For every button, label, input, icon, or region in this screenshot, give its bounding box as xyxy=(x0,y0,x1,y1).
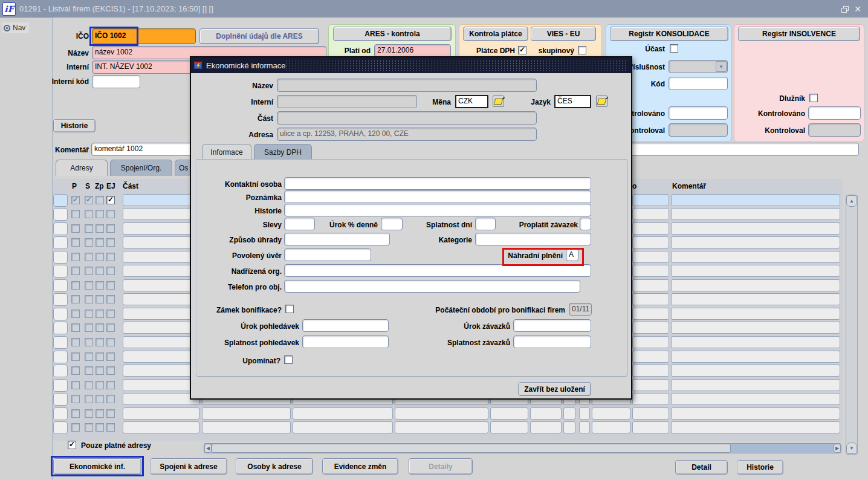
restore-window-icon[interactable] xyxy=(838,3,851,15)
cell[interactable] xyxy=(563,407,575,420)
nav-item[interactable]: Nav xyxy=(2,22,29,33)
historie-button[interactable]: Historie xyxy=(53,119,96,132)
row-selector[interactable] xyxy=(53,351,68,363)
row-p-checkbox[interactable] xyxy=(71,224,80,233)
row-zp-checkbox[interactable] xyxy=(96,366,104,375)
row-zp-checkbox[interactable] xyxy=(96,381,104,389)
cell[interactable] xyxy=(632,308,669,320)
cell[interactable] xyxy=(632,293,669,305)
cell[interactable] xyxy=(579,421,590,433)
cell[interactable] xyxy=(632,194,669,206)
scroll-right-icon[interactable]: ▶ xyxy=(834,444,841,453)
row-zp-checkbox[interactable] xyxy=(96,253,104,261)
cell-komentar[interactable] xyxy=(671,421,840,433)
row-p-checkbox[interactable] xyxy=(71,323,80,332)
row-selector[interactable] xyxy=(53,322,68,334)
povoleny-uver-field[interactable] xyxy=(284,248,371,261)
cell[interactable] xyxy=(632,322,669,334)
row-ej-checkbox[interactable] xyxy=(106,366,115,375)
evidence-zmen-button[interactable]: Evidence změn xyxy=(322,458,398,475)
cell-cast[interactable] xyxy=(123,336,199,348)
cell-komentar[interactable] xyxy=(671,208,840,220)
row-selector[interactable] xyxy=(53,336,68,349)
row-s-checkbox[interactable] xyxy=(85,196,93,204)
cell[interactable] xyxy=(592,421,630,433)
telefon-pro-obj-field[interactable] xyxy=(284,280,580,293)
row-s-checkbox[interactable] xyxy=(85,267,93,275)
scroll-up-icon[interactable]: ▲ xyxy=(846,195,857,207)
table-row[interactable] xyxy=(53,407,843,420)
scroll-down-icon[interactable]: ▼ xyxy=(846,443,857,454)
row-ej-checkbox[interactable] xyxy=(106,295,115,303)
konsolidace-kontrolovano-field[interactable] xyxy=(669,106,728,120)
dlg-tab-sazby-dph[interactable]: Sazby DPH xyxy=(254,144,312,160)
cell-komentar[interactable] xyxy=(671,336,840,348)
doplneni-ares-button[interactable]: Doplnění údajů dle ARES xyxy=(199,28,319,44)
cell-cast[interactable] xyxy=(123,222,199,235)
cell[interactable] xyxy=(632,336,669,348)
row-ej-checkbox[interactable] xyxy=(106,395,115,403)
cell[interactable] xyxy=(395,407,488,420)
cell-komentar[interactable] xyxy=(671,251,840,263)
cell-cast[interactable] xyxy=(123,251,199,263)
row-p-checkbox[interactable] xyxy=(71,395,80,403)
horizontal-scrollbar[interactable]: ◀ ▶ xyxy=(204,443,841,453)
cell[interactable] xyxy=(293,407,393,420)
cell[interactable] xyxy=(490,407,528,420)
zamek-bonifikace-checkbox[interactable] xyxy=(285,305,294,313)
row-s-checkbox[interactable] xyxy=(85,423,93,432)
row-s-checkbox[interactable] xyxy=(85,310,93,318)
cell-cast[interactable] xyxy=(123,421,199,433)
cell[interactable] xyxy=(632,421,669,433)
cell-cast[interactable] xyxy=(123,279,199,291)
tab-spojeni-org[interactable]: Spojení/Org. xyxy=(110,160,172,176)
cell-cast[interactable] xyxy=(123,322,199,334)
ares-kontrola-button[interactable]: ARES - kontrola xyxy=(333,27,452,41)
cell-komentar[interactable] xyxy=(671,322,840,334)
cell[interactable] xyxy=(632,251,669,263)
row-selector[interactable] xyxy=(53,293,68,306)
kod-field[interactable] xyxy=(669,77,728,90)
cell-cast[interactable] xyxy=(123,293,199,305)
cell[interactable] xyxy=(632,379,669,391)
cell[interactable] xyxy=(530,421,562,433)
historie-footer-button[interactable]: Historie xyxy=(737,460,783,475)
cell[interactable] xyxy=(202,407,291,420)
dlg-jazyk-field[interactable]: ČES xyxy=(554,95,591,108)
row-p-checkbox[interactable] xyxy=(71,381,80,389)
cell[interactable] xyxy=(632,236,669,248)
row-selector[interactable] xyxy=(53,407,68,420)
row-zp-checkbox[interactable] xyxy=(96,409,104,418)
cell-cast[interactable] xyxy=(123,308,199,320)
cell[interactable] xyxy=(395,421,488,433)
row-p-checkbox[interactable] xyxy=(71,267,80,275)
row-selector[interactable] xyxy=(53,279,68,292)
close-window-icon[interactable]: ✕ xyxy=(851,3,864,15)
row-zp-checkbox[interactable] xyxy=(96,310,104,318)
cell[interactable] xyxy=(632,208,669,220)
cell[interactable] xyxy=(632,351,669,363)
row-selector[interactable] xyxy=(53,308,68,320)
row-ej-checkbox[interactable] xyxy=(106,210,115,218)
row-selector[interactable] xyxy=(53,208,68,221)
row-s-checkbox[interactable] xyxy=(85,352,93,361)
cell[interactable] xyxy=(632,265,669,277)
cell-komentar[interactable] xyxy=(671,379,840,391)
plati-od-field[interactable]: 27.01.2006 xyxy=(374,44,451,57)
insolvence-kontrolovano-field[interactable] xyxy=(808,106,861,120)
row-selector[interactable] xyxy=(53,236,68,249)
nadrizena-org-field[interactable] xyxy=(284,264,591,277)
row-zp-checkbox[interactable] xyxy=(96,423,104,432)
row-selector[interactable] xyxy=(53,222,68,235)
row-p-checkbox[interactable] xyxy=(71,409,80,418)
row-p-checkbox[interactable] xyxy=(71,366,80,375)
row-zp-checkbox[interactable] xyxy=(96,196,104,204)
vertical-scrollbar[interactable]: ▲ ▼ xyxy=(846,195,858,455)
row-p-checkbox[interactable] xyxy=(71,338,80,346)
spojeni-k-adrese-button[interactable]: Spojení k adrese xyxy=(150,458,227,475)
cell[interactable] xyxy=(632,222,669,235)
row-ej-checkbox[interactable] xyxy=(106,423,115,432)
row-selector[interactable] xyxy=(53,251,68,264)
row-ej-checkbox[interactable] xyxy=(106,238,115,247)
cell-komentar[interactable] xyxy=(671,236,840,248)
